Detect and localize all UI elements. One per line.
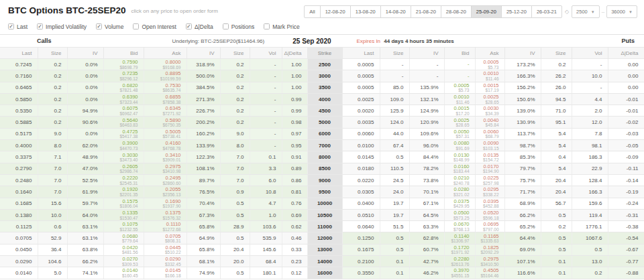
expiry-tab-25-09-20[interactable]: 25-09-20	[471, 5, 502, 18]
put-bid-price[interactable]: -	[444, 59, 475, 70]
call-bid-price[interactable]: 0.1335$1530.47	[103, 209, 144, 220]
strike-high-dropdown[interactable]: 36000 ▼	[606, 5, 637, 18]
checkbox-unchecked-icon[interactable]	[223, 23, 229, 29]
checkbox-checked-icon[interactable]	[96, 23, 102, 29]
call-bid-price[interactable]: 0.1920$2201.35	[103, 186, 144, 198]
put-bid-price[interactable]: 0.0500$573.25	[444, 209, 475, 220]
put-ask-price[interactable]: 0.0520$596.18	[475, 209, 504, 220]
call-bid-price[interactable]: 0.2605$2986.74	[103, 163, 144, 174]
call-ask-price[interactable]: 0.7530$8635.74	[144, 82, 186, 93]
put-bid-price[interactable]: 0.2280$2613.76	[444, 256, 475, 267]
call-bid-price[interactable]: 0.0270$309.53	[103, 256, 144, 267]
put-ask-price[interactable]: 0.0040$45.84	[475, 117, 504, 128]
put-ask-price[interactable]: 0.0025$28.65	[475, 93, 504, 104]
call-ask-price[interactable]: 0.6855$7858.38	[144, 93, 186, 104]
call-ask-price[interactable]: 0.3410$3909.01	[144, 151, 186, 163]
put-last-price[interactable]: 0.0035	[342, 117, 380, 128]
put-last-price[interactable]: 0.0025	[342, 93, 380, 104]
call-ask-price[interactable]: 0.1375$1576.32	[144, 209, 186, 220]
call-last-price[interactable]: 0.1685	[0, 198, 38, 209]
put-ask-price[interactable]: 0.2975$3410.50	[475, 256, 504, 267]
call-bid-price[interactable]: 0.7235$8296.12	[103, 70, 144, 82]
call-bid-price[interactable]: 0.6075$6962.47	[103, 105, 144, 117]
expiry-tab-all[interactable]: All	[304, 5, 320, 18]
toggle-positions[interactable]: Positions	[223, 23, 255, 30]
put-last-price[interactable]: 0.1250	[342, 232, 380, 244]
put-last-price[interactable]: 0.2100	[342, 256, 380, 267]
put-ask-price[interactable]: 0.0295$338.22	[475, 186, 504, 198]
put-ask-price[interactable]: 0.0135$154.72	[475, 151, 504, 163]
call-ask-price[interactable]: 0.1690$1937.90	[144, 198, 186, 209]
call-last-price[interactable]: 0.4000	[0, 140, 38, 151]
call-last-price[interactable]: 0.7245	[0, 59, 38, 70]
call-bid-price[interactable]: 0.3900$4470.73	[103, 140, 144, 151]
toggle-last[interactable]: Last	[8, 23, 28, 30]
call-bid-price[interactable]: 0.0680$779.64	[103, 232, 144, 244]
call-ask-price[interactable]: 0.2495$2860.60	[144, 174, 186, 186]
put-bid-price[interactable]: 0.0210$240.78	[444, 174, 475, 186]
call-ask-price[interactable]: 0.2055$2356.13	[144, 186, 186, 198]
call-ask-price[interactable]: 0.0145$166.18	[144, 267, 186, 279]
put-ask-price[interactable]: 0.1165$1335.63	[475, 232, 504, 244]
put-ask-price[interactable]: 0.0695$797.00	[475, 221, 504, 232]
call-last-price[interactable]: 0.0290	[0, 256, 38, 267]
call-last-price[interactable]: 0.1380	[0, 209, 38, 220]
put-last-price[interactable]: 0.0020	[342, 105, 380, 117]
call-last-price[interactable]: 0.1125	[0, 221, 38, 232]
expiry-tab-14-08-20[interactable]: 14-08-20	[380, 5, 411, 18]
call-last-price[interactable]: 0.5175	[0, 128, 38, 139]
call-ask-price[interactable]: 0.8000$9168.69	[144, 59, 186, 70]
call-ask-price[interactable]: 0.0290$332.45	[144, 256, 186, 267]
toggle-open-interest[interactable]: Open Interest	[133, 23, 176, 30]
put-bid-price[interactable]: 0.0280$321.02	[444, 186, 475, 198]
put-bid-price[interactable]: 0.0670$768.13	[444, 221, 475, 232]
call-last-price[interactable]: 0.2480	[0, 174, 38, 186]
toggle--delta[interactable]: Δ|Delta	[186, 23, 213, 30]
put-ask-price[interactable]: 0.0010$11.46	[475, 70, 504, 82]
call-last-price[interactable]: 0.7160	[0, 70, 38, 82]
put-ask-price[interactable]: 0.0170$194.90	[475, 163, 504, 174]
put-ask-price[interactable]: 0.0005$5.73	[475, 59, 504, 70]
call-last-price[interactable]: 0.5850	[0, 93, 38, 104]
call-last-price[interactable]: 0.5885	[0, 117, 38, 128]
call-ask-price[interactable]: 0.6345$7271.92	[144, 105, 186, 117]
expiry-tab-21-08-20[interactable]: 21-08-20	[411, 5, 441, 18]
put-ask-price[interactable]: 0.0090$103.15	[475, 140, 504, 151]
call-bid-price[interactable]: 0.3030$3473.40	[103, 151, 144, 163]
call-last-price[interactable]: 0.2790	[0, 163, 38, 174]
put-last-price[interactable]: 0.0510	[342, 209, 380, 220]
put-ask-price[interactable]: 0.0030$34.39	[475, 105, 504, 117]
expiry-tab-12-08-20[interactable]: 12-08-20	[320, 5, 351, 18]
put-bid-price[interactable]: 0.0160$183.44	[444, 163, 475, 174]
toggle-implied-volatility[interactable]: Implied Volatility	[37, 23, 87, 30]
put-last-price[interactable]: 0.0220	[342, 174, 380, 186]
put-ask-price[interactable]: 0.1825$2092.29	[475, 244, 504, 255]
checkbox-unchecked-icon[interactable]	[133, 23, 139, 29]
expiry-tab-26-03-21[interactable]: 26-03-21	[531, 5, 562, 18]
put-bid-price[interactable]: 0.0050$57.31	[444, 128, 475, 139]
expiry-tab-13-08-20[interactable]: 13-08-20	[350, 5, 381, 18]
put-last-price[interactable]: 0.0145	[342, 151, 380, 163]
call-bid-price[interactable]: 0.7590$8698.79	[103, 59, 144, 70]
put-bid-price[interactable]: 0.0010$11.46	[444, 93, 475, 104]
put-ask-price[interactable]: 0.0060$68.79	[475, 128, 504, 139]
call-last-price[interactable]: 0.0705	[0, 232, 38, 244]
expiry-tab-28-08-20[interactable]: 28-08-20	[441, 5, 472, 18]
put-last-price[interactable]: 0.0005	[342, 59, 380, 70]
call-ask-price[interactable]: 0.8895$10199.59	[144, 70, 186, 82]
put-bid-price[interactable]: 0.0015$17.20	[444, 105, 475, 117]
call-last-price[interactable]: 0.0450	[0, 244, 38, 255]
toggle-mark-price[interactable]: Mark Price	[264, 23, 300, 30]
put-last-price[interactable]: 0.1675	[342, 244, 380, 255]
put-last-price[interactable]: 0.0305	[342, 186, 380, 198]
checkbox-checked-icon[interactable]	[8, 23, 14, 29]
strike-low-dropdown[interactable]: 2500 ▼	[572, 5, 600, 18]
call-bid-price[interactable]: 0.5640$6463.83	[103, 117, 144, 128]
put-ask-price[interactable]: 0.0225$257.98	[475, 174, 504, 186]
call-ask-price[interactable]: 0.0445$510.22	[144, 244, 186, 255]
call-last-price[interactable]: 0.5350	[0, 105, 38, 117]
call-ask-price[interactable]: 0.4160$4768.78	[144, 140, 186, 151]
checkbox-checked-icon[interactable]	[186, 23, 192, 29]
put-last-price[interactable]: 0.0005	[342, 82, 380, 93]
put-last-price[interactable]: 0.0640	[342, 221, 380, 232]
